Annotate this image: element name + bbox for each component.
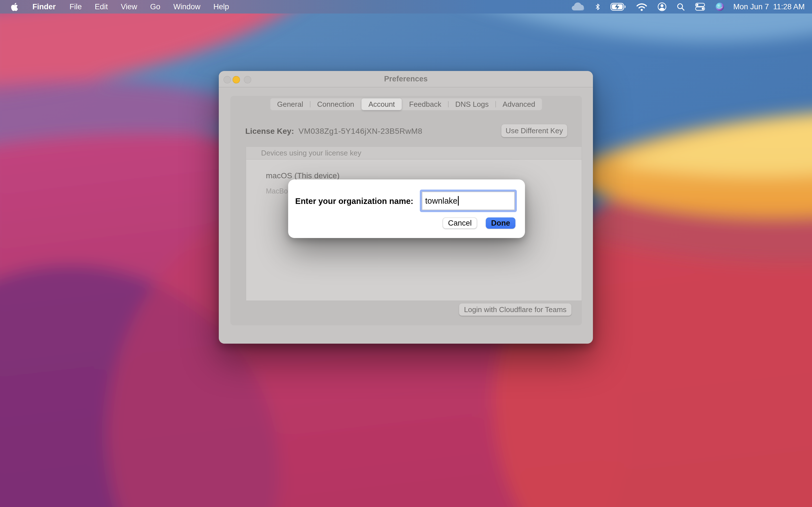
tab-feedback[interactable]: Feedback [402,98,448,110]
window-title: Preferences [384,75,428,83]
menu-bar-status: Mon Jun 7 11:28 AM [566,0,812,13]
login-cloudflare-teams-button[interactable]: Login with Cloudflare for Teams [459,303,571,316]
organization-name-input-value: townlake [425,196,457,206]
apple-icon [11,2,18,11]
close-button[interactable] [223,76,231,83]
zoom-button[interactable] [244,76,251,83]
license-key-value: VM038Zg1-5Y146jXN-23B5RwM8 [299,127,422,136]
done-button[interactable]: Done [486,217,515,229]
menu-bar: Finder File Edit View Go Window Help [0,0,812,13]
tab-dns-logs[interactable]: DNS Logs [448,98,496,110]
text-caret [458,196,459,206]
menu-item-window[interactable]: Window [167,0,207,13]
wifi-icon[interactable] [631,0,652,13]
device-name: macOS (This device) [266,171,581,180]
organization-name-dialog: Enter your organization name: townlake C… [288,179,525,238]
organization-name-label: Enter your organization name: [288,196,413,206]
license-key-row: License Key: VM038Zg1-5Y146jXN-23B5RwM8 [245,127,422,136]
minimize-button[interactable] [233,76,240,83]
menu-item-go[interactable]: Go [144,0,167,13]
title-bar[interactable]: Preferences [219,71,593,87]
menu-bar-menus: Finder File Edit View Go Window Help [0,0,236,13]
cloudflare-icon[interactable] [566,0,590,13]
organization-name-input[interactable]: townlake [422,191,515,210]
tab-bar: General Connection Account Feedback DNS … [270,98,542,110]
battery-charging-icon[interactable] [606,0,631,13]
search-icon[interactable] [672,0,690,13]
tab-advanced[interactable]: Advanced [496,98,542,110]
license-key-label: License Key: [245,127,294,136]
tab-account[interactable]: Account [361,98,402,110]
menu-item-edit[interactable]: Edit [88,0,114,13]
menu-item-help[interactable]: Help [207,0,236,13]
user-icon[interactable] [652,0,672,13]
use-different-key-button[interactable]: Use Different Key [501,124,567,137]
tab-general[interactable]: General [270,98,310,110]
menu-item-finder[interactable]: Finder [25,0,63,13]
bluetooth-icon[interactable] [590,0,606,13]
control-center-icon[interactable] [690,0,710,13]
apple-menu[interactable] [0,0,25,13]
devices-panel-header: Devices using your license key [246,147,581,159]
menu-item-view[interactable]: View [114,0,144,13]
siri-icon[interactable] [710,0,729,13]
tab-connection[interactable]: Connection [310,98,361,110]
menu-item-file[interactable]: File [63,0,89,13]
menu-bar-clock[interactable]: Mon Jun 7 11:28 AM [729,3,806,11]
cancel-button[interactable]: Cancel [443,217,477,229]
